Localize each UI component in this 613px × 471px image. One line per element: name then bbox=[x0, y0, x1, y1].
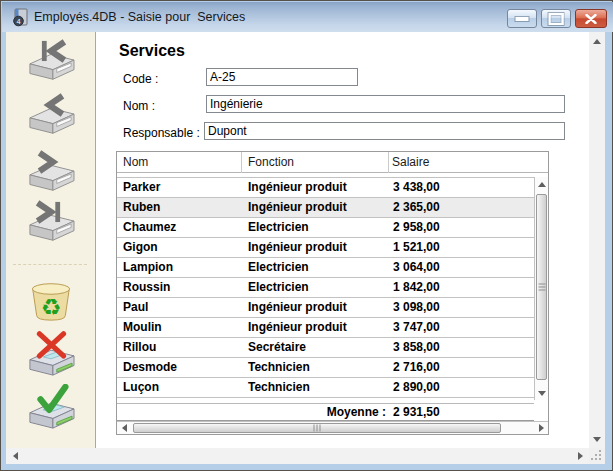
scroll-right-button[interactable] bbox=[573, 448, 587, 464]
table-row[interactable]: Chaumez Electricien 2 958,00 bbox=[117, 218, 534, 238]
first-record-icon bbox=[22, 39, 80, 85]
code-input[interactable] bbox=[206, 68, 358, 86]
cancel-icon bbox=[22, 331, 80, 377]
arrow-left-icon bbox=[13, 452, 18, 460]
cell-fonction: Ingénieur produit bbox=[248, 318, 347, 337]
arrow-down-icon bbox=[593, 437, 601, 442]
arrow-up-icon bbox=[538, 182, 546, 187]
table-row[interactable]: Paul Ingénieur produit 3 098,00 bbox=[117, 298, 534, 318]
moyenne-label: Moyenne : bbox=[248, 405, 386, 419]
cell-nom: Ruben bbox=[123, 198, 160, 217]
close-button[interactable] bbox=[575, 9, 607, 28]
table-row[interactable]: Moulin Ingénieur produit 3 747,00 bbox=[117, 318, 534, 338]
table-row[interactable]: Rillou Secrétaire 3 858,00 bbox=[117, 338, 534, 358]
cell-fonction: Technicien bbox=[248, 358, 310, 377]
table-horizontal-scrollbar[interactable] bbox=[117, 421, 548, 434]
vertical-scroll-thumb[interactable] bbox=[536, 194, 547, 380]
cell-nom: Luçon bbox=[123, 378, 159, 397]
column-header-salaire: Salaire bbox=[392, 155, 429, 169]
close-icon bbox=[585, 14, 597, 24]
validate-button[interactable] bbox=[22, 384, 80, 430]
minimize-icon bbox=[516, 17, 529, 21]
cell-salaire: 2 716,00 bbox=[393, 358, 440, 377]
delete-record-button[interactable]: ♻ bbox=[22, 277, 80, 323]
table-row[interactable]: Luçon Technicien 2 890,00 bbox=[117, 378, 534, 398]
thumb-grip-icon bbox=[317, 425, 318, 432]
table-row-selected[interactable]: Ruben Ingénieur produit 2 365,00 bbox=[117, 198, 534, 218]
next-record-icon bbox=[22, 150, 80, 196]
arrow-down-icon bbox=[538, 391, 546, 396]
cell-salaire: 1 842,00 bbox=[393, 278, 440, 297]
form-heading: Services bbox=[119, 42, 185, 60]
minimize-button[interactable] bbox=[507, 9, 537, 28]
cell-salaire: 1 521,00 bbox=[393, 238, 440, 257]
cell-fonction: Ingénieur produit bbox=[248, 298, 347, 317]
cancel-button[interactable] bbox=[22, 331, 80, 377]
scroll-down-button[interactable] bbox=[535, 386, 548, 400]
cell-fonction: Ingénieur produit bbox=[248, 178, 347, 197]
cell-salaire: 3 858,00 bbox=[393, 338, 440, 357]
column-header-fonction: Fonction bbox=[248, 155, 294, 169]
cell-nom: Lampion bbox=[123, 258, 173, 277]
employee-table: Nom Fonction Salaire Parker Ingénieur pr… bbox=[116, 151, 549, 435]
responsable-input[interactable] bbox=[204, 122, 565, 140]
table-vertical-scrollbar[interactable] bbox=[534, 177, 548, 400]
previous-record-icon bbox=[22, 93, 80, 139]
cell-salaire: 3 064,00 bbox=[393, 258, 440, 277]
cell-fonction: Electricien bbox=[248, 218, 309, 237]
table-row[interactable]: Gigon Ingénieur produit 1 521,00 bbox=[117, 238, 534, 258]
maximize-icon bbox=[549, 13, 564, 25]
maximize-button[interactable] bbox=[541, 9, 571, 28]
cell-fonction: Technicien bbox=[248, 378, 310, 397]
table-row[interactable]: Lampion Electricien 3 064,00 bbox=[117, 258, 534, 278]
thumb-grip-icon bbox=[538, 287, 545, 288]
table-row[interactable]: Parker Ingénieur produit 3 438,00 bbox=[117, 178, 534, 198]
scroll-down-button[interactable] bbox=[589, 432, 605, 446]
app-icon-4d[interactable]: 4 bbox=[11, 8, 29, 27]
cell-nom: Parker bbox=[123, 178, 160, 197]
next-record-button[interactable] bbox=[22, 150, 80, 196]
nom-input[interactable] bbox=[206, 95, 565, 113]
cell-nom: Moulin bbox=[123, 318, 162, 337]
scroll-right-button[interactable] bbox=[534, 422, 548, 434]
scroll-left-button[interactable] bbox=[117, 422, 131, 434]
window-horizontal-scrollbar[interactable] bbox=[6, 448, 589, 464]
cell-nom: Roussin bbox=[123, 278, 170, 297]
cell-fonction: Ingénieur produit bbox=[248, 198, 347, 217]
first-record-button[interactable] bbox=[22, 39, 80, 85]
window-vertical-scrollbar[interactable] bbox=[589, 32, 605, 448]
responsable-label: Responsable : bbox=[123, 126, 200, 140]
nom-label: Nom : bbox=[123, 99, 155, 113]
resize-grip[interactable] bbox=[589, 448, 605, 464]
code-label: Code : bbox=[123, 72, 158, 86]
cell-nom: Desmode bbox=[123, 358, 177, 377]
scroll-left-button[interactable] bbox=[8, 448, 22, 464]
titlebar[interactable]: 4 Employés.4DB - Saisie pour Services bbox=[2, 2, 613, 32]
table-footer: Moyenne : 2 931,50 bbox=[117, 404, 534, 421]
window-title: Employés.4DB - Saisie pour Services bbox=[34, 10, 245, 24]
arrow-up-icon bbox=[593, 39, 601, 44]
horizontal-scroll-thumb[interactable] bbox=[133, 423, 501, 433]
svg-text:♻: ♻ bbox=[41, 294, 62, 320]
cell-nom: Gigon bbox=[123, 238, 158, 257]
cell-fonction: Electricien bbox=[248, 258, 309, 277]
previous-record-button[interactable] bbox=[22, 93, 80, 139]
last-record-button[interactable] bbox=[22, 200, 80, 246]
moyenne-value: 2 931,50 bbox=[393, 405, 440, 419]
cell-fonction: Ingénieur produit bbox=[248, 238, 347, 257]
table-row[interactable]: Roussin Electricien 1 842,00 bbox=[117, 278, 534, 298]
svg-text:4: 4 bbox=[16, 17, 20, 26]
cell-nom: Chaumez bbox=[123, 218, 176, 237]
cell-salaire: 2 365,00 bbox=[393, 198, 440, 217]
arrow-right-icon bbox=[578, 452, 583, 460]
cell-salaire: 3 747,00 bbox=[393, 318, 440, 337]
resize-grip-icon bbox=[599, 458, 601, 460]
table-body: Parker Ingénieur produit 3 438,00 Ruben … bbox=[117, 178, 534, 398]
cell-salaire: 2 958,00 bbox=[393, 218, 440, 237]
toolbar-separator bbox=[13, 264, 87, 265]
scroll-up-button[interactable] bbox=[535, 177, 548, 191]
cell-fonction: Secrétaire bbox=[248, 338, 306, 357]
window: 4 Employés.4DB - Saisie pour Services bbox=[0, 0, 613, 471]
table-row[interactable]: Desmode Technicien 2 716,00 bbox=[117, 358, 534, 378]
scroll-up-button[interactable] bbox=[589, 34, 605, 48]
